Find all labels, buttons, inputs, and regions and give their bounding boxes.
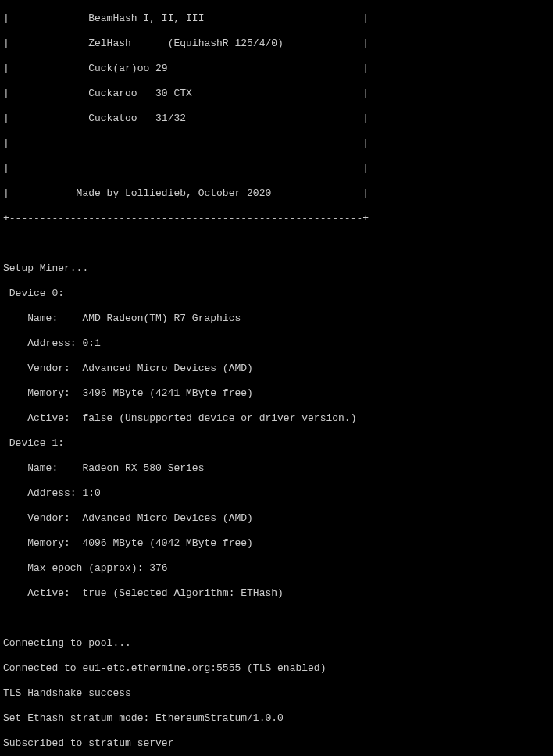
stratum-mode: Set Ethash stratum mode: EthereumStratum…: [3, 712, 550, 725]
banner-line: | Cuck(ar)oo 29 |: [3, 62, 550, 75]
device-header: Device 1:: [3, 437, 550, 450]
device-header: Device 0:: [3, 287, 550, 300]
terminal-output: | BeamHash I, II, III | | ZelHash (Equih…: [0, 0, 553, 756]
device-active: Active: false (Unsupported device or dri…: [3, 412, 550, 425]
device-active: Active: true (Selected Algorithm: ETHash…: [3, 587, 550, 600]
banner-line: | |: [3, 137, 550, 150]
device-memory: Memory: 3496 MByte (4241 MByte free): [3, 387, 550, 400]
tls-handshake: TLS Handshake success: [3, 687, 550, 700]
device-max-epoch: Max epoch (approx): 376: [3, 562, 550, 575]
pool-connecting: Connecting to pool...: [3, 637, 550, 650]
device-name: Name: AMD Radeon(TM) R7 Graphics: [3, 312, 550, 325]
banner-line: | |: [3, 162, 550, 175]
banner-line: | Cuckaroo 30 CTX |: [3, 87, 550, 100]
banner-credit: | Made by Lolliedieb, October 2020 |: [3, 187, 550, 200]
device-address: Address: 0:1: [3, 337, 550, 350]
banner-separator: +---------------------------------------…: [3, 212, 550, 225]
device-vendor: Vendor: Advanced Micro Devices (AMD): [3, 512, 550, 525]
pool-connected: Connected to eu1-etc.ethermine.org:5555 …: [3, 662, 550, 675]
stratum-subscribed: Subscribed to stratum server: [3, 737, 550, 750]
device-memory: Memory: 4096 MByte (4042 MByte free): [3, 537, 550, 550]
blank-line: [3, 237, 550, 250]
device-address: Address: 1:0: [3, 487, 550, 500]
banner-line: | BeamHash I, II, III |: [3, 12, 550, 25]
banner-line: | Cuckatoo 31/32 |: [3, 112, 550, 125]
setup-header: Setup Miner...: [3, 262, 550, 275]
blank-line: [3, 612, 550, 625]
device-name: Name: Radeon RX 580 Series: [3, 462, 550, 475]
banner-line: | ZelHash (EquihashR 125/4/0) |: [3, 37, 550, 50]
device-vendor: Vendor: Advanced Micro Devices (AMD): [3, 362, 550, 375]
